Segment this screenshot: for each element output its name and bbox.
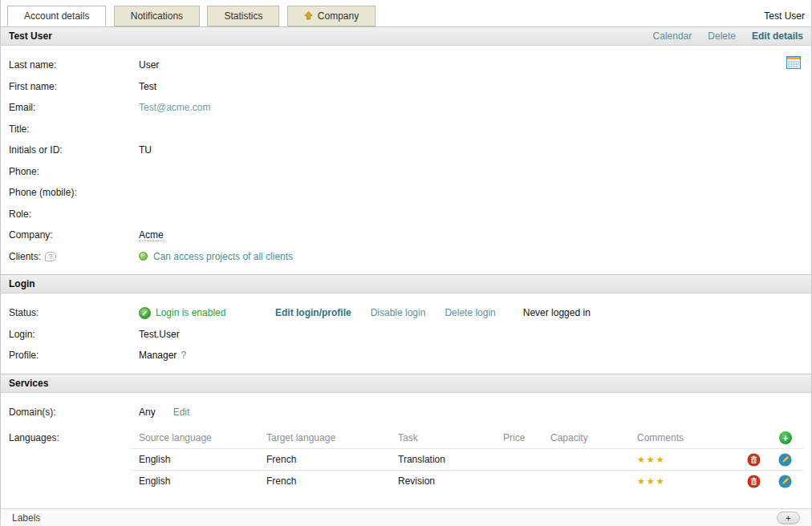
field-row: Initials or ID: TU (1, 140, 811, 161)
delete-login-link[interactable]: Delete login (445, 307, 495, 318)
domains-edit-link[interactable]: Edit (173, 407, 190, 418)
edit-language-icon[interactable] (778, 453, 792, 467)
add-language-button[interactable]: + (779, 431, 792, 444)
task-cell: Translation (398, 454, 503, 465)
services-section-title: Services (9, 378, 48, 389)
tab-company[interactable]: Company (287, 6, 376, 26)
login-enabled-status: ✓ Login is enabled (139, 307, 251, 319)
field-label: Clients: (9, 251, 41, 262)
tab-account-details[interactable]: Account details (7, 6, 106, 26)
field-value-text: TU (139, 144, 152, 156)
login-value: Test.User (139, 329, 180, 340)
field-label: Phone: (9, 166, 39, 177)
edit-login-profile-link[interactable]: Edit login/profile (275, 307, 351, 318)
delete-link[interactable]: Delete (708, 30, 736, 42)
edit-details-link[interactable]: Edit details (752, 30, 803, 42)
field-label: Phone (mobile): (9, 187, 77, 198)
disable-login-link[interactable]: Disable login (371, 307, 426, 318)
services-fields: Domain(s): Any Edit Languages: Source la… (1, 393, 811, 500)
header-actions-cell: + (736, 431, 803, 444)
field-label: Company: (9, 229, 53, 241)
delete-language-icon[interactable] (747, 453, 761, 467)
green-status-icon (139, 252, 148, 261)
field-label: Email: (9, 102, 35, 113)
field-label: Last name: (9, 59, 56, 71)
field-label: Initials or ID: (9, 144, 63, 156)
add-label-button[interactable]: + (777, 512, 800, 524)
field-label-wrap: Title: (9, 123, 139, 135)
row-actions-cell (736, 453, 803, 467)
profile-value: Manager (139, 350, 177, 361)
delete-language-icon[interactable] (747, 475, 761, 488)
field-label: Role: (9, 208, 31, 220)
field-label-wrap: Phone: (9, 166, 139, 177)
status-value-area: ✓ Login is enabled Edit login/profile Di… (139, 307, 591, 319)
field-value-text: Test@acme.com (139, 102, 211, 113)
source-language-cell: English (131, 475, 266, 487)
labels-title: Labels (12, 512, 40, 524)
languages-block: Languages: Source language Target langua… (1, 427, 811, 492)
tab-statistics[interactable]: Statistics (207, 6, 279, 26)
field-label-wrap: Email: (9, 102, 139, 113)
comments-rating: ★★★ (637, 455, 736, 465)
col-task: Task (398, 432, 503, 443)
account-fields: Last name: User First name: Test Email: (1, 46, 811, 274)
field-row: Phone (mobile): (1, 182, 811, 204)
field-value: Can access projects of all clients (139, 251, 293, 262)
language-row: English French Revision ★★★ (131, 470, 803, 492)
field-value-text: User (139, 59, 159, 71)
login-row: Login: Test.User (1, 324, 811, 346)
help-icon[interactable]: ? (45, 252, 56, 261)
languages-table-header: Source language Target language Task Pri… (131, 427, 803, 448)
row-actions-cell (736, 475, 803, 488)
field-label: First name: (9, 81, 57, 92)
target-language-cell: French (266, 475, 398, 487)
field-value-text: Can access projects of all clients (153, 251, 293, 262)
login-fields: Status: ✓ Login is enabled Edit login/pr… (1, 293, 811, 374)
tab-label: Account details (24, 10, 89, 22)
field-row: Email: Test@acme.com (1, 97, 811, 119)
field-label-wrap: Phone (mobile): (9, 187, 139, 198)
profile-row: Profile: Manager ? (1, 345, 811, 366)
calendar-link[interactable]: Calendar (653, 30, 692, 42)
up-arrow-icon (304, 7, 313, 26)
field-row: Title: (1, 119, 811, 140)
account-details-page: Account details Notifications Statistics… (0, 0, 812, 519)
never-logged-in-text: Never logged in (523, 307, 591, 318)
field-value-text: Acme (139, 229, 164, 241)
status-row: Status: ✓ Login is enabled Edit login/pr… (1, 302, 811, 324)
field-row: Clients: ? Can access projects of all cl… (1, 246, 811, 268)
col-target-language: Target language (266, 432, 398, 443)
field-label-wrap: Company: (9, 229, 139, 241)
login-section-bar: Login (1, 274, 811, 293)
task-cell: Revision (398, 475, 503, 487)
services-section-bar: Services (1, 374, 811, 393)
current-user-name: Test User (764, 10, 805, 22)
field-label: Title: (9, 123, 30, 135)
calendar-icon[interactable] (786, 56, 801, 71)
field-label-wrap: Last name: (9, 59, 139, 71)
user-header-bar: Test User Calendar Delete Edit details (1, 26, 811, 46)
field-value: TU (139, 144, 152, 156)
header-actions: Calendar Delete Edit details (653, 30, 803, 42)
language-row: English French Translation ★★★ (131, 448, 803, 470)
login-enabled-text: Login is enabled (156, 307, 225, 318)
profile-help-link[interactable]: ? (181, 350, 186, 361)
field-value: Test@acme.com (139, 102, 211, 113)
edit-language-icon[interactable] (778, 475, 792, 488)
languages-table: Source language Target language Task Pri… (131, 427, 803, 492)
field-row: Role: (1, 204, 811, 225)
status-label: Status: (9, 307, 139, 318)
tab-notifications[interactable]: Notifications (114, 6, 200, 26)
domains-value: Any (139, 407, 156, 418)
field-value: Acme (139, 229, 164, 241)
col-source-language: Source language (131, 432, 266, 443)
field-row: Phone: (1, 161, 811, 183)
tab-label: Company (318, 10, 359, 22)
field-label-wrap: Role: (9, 208, 139, 220)
field-row: First name: Test (1, 76, 811, 98)
field-value: Test (139, 81, 156, 92)
tab-strip: Account details Notifications Statistics… (1, 0, 811, 26)
field-value-text: Test (139, 81, 156, 92)
field-label-wrap: Clients: ? (9, 251, 139, 262)
